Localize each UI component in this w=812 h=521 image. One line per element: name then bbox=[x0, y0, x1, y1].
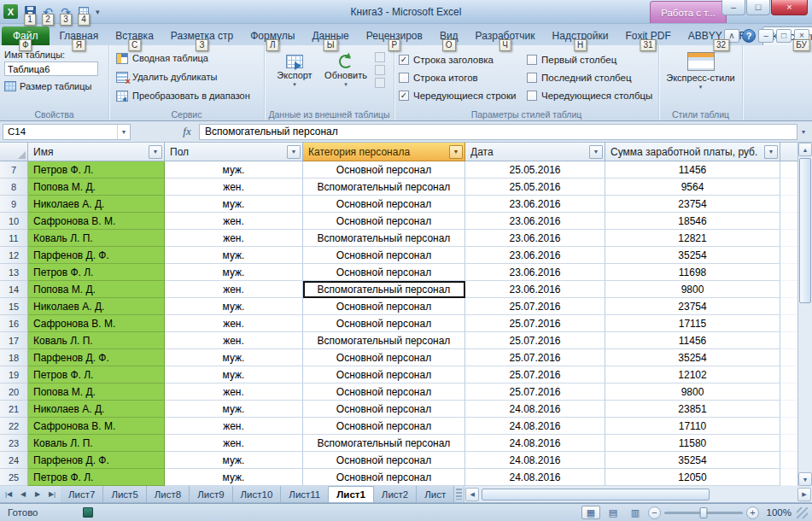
resize-table-button[interactable]: Размер таблицы bbox=[4, 81, 104, 91]
cell-gender[interactable]: жен. bbox=[165, 315, 303, 332]
view-page-layout-button[interactable]: ▤ bbox=[604, 506, 622, 519]
cell-salary[interactable]: 9800 bbox=[605, 383, 780, 401]
ribbon-tab[interactable]: Файл Ф bbox=[2, 26, 50, 45]
cell-gender[interactable]: муж. bbox=[165, 401, 303, 418]
row-number[interactable]: 12 bbox=[0, 247, 28, 264]
unlink-icon[interactable] bbox=[375, 78, 385, 88]
row-number[interactable]: 10 bbox=[0, 213, 28, 230]
cell-gender[interactable]: жен. bbox=[165, 230, 303, 247]
cell-category[interactable]: Вспомогательный персонал bbox=[303, 435, 465, 452]
filter-dropdown-button[interactable]: ▼ bbox=[287, 145, 301, 159]
ribbon-tab[interactable]: Главная Я bbox=[51, 26, 108, 45]
help-button[interactable]: ? bbox=[742, 29, 756, 43]
tab-split-handle[interactable] bbox=[456, 489, 462, 500]
horizontal-scrollbar-thumb[interactable] bbox=[482, 489, 710, 501]
cell-date[interactable]: 24.08.2016 bbox=[465, 469, 605, 486]
cell-empty[interactable] bbox=[780, 332, 797, 349]
column-header[interactable]: Сумма заработной платы, руб. ▼ bbox=[605, 143, 780, 161]
row-number[interactable]: 24 bbox=[0, 452, 28, 469]
cell-gender[interactable]: жен. bbox=[165, 213, 303, 230]
cell-gender[interactable]: жен. bbox=[165, 332, 303, 349]
previous-sheet-button[interactable]: ◀ bbox=[16, 488, 30, 501]
resize-grip[interactable] bbox=[797, 507, 808, 518]
cell-date[interactable]: 23.06.2016 bbox=[465, 264, 605, 281]
cell-name[interactable]: Петров Ф. Л. bbox=[28, 366, 165, 383]
column-header[interactable]: Пол ▼ bbox=[165, 143, 303, 161]
cell-gender[interactable]: жен. bbox=[165, 383, 303, 401]
cell-gender[interactable]: муж. bbox=[165, 264, 303, 281]
ribbon-tab[interactable]: Рецензиров Р bbox=[358, 26, 431, 45]
cell-empty[interactable] bbox=[780, 298, 797, 315]
cell-empty[interactable] bbox=[780, 196, 797, 213]
cell-salary[interactable]: 23851 bbox=[605, 401, 780, 418]
cell-gender[interactable]: муж. bbox=[165, 161, 303, 179]
cell-salary[interactable]: 35254 bbox=[605, 349, 780, 366]
zoom-in-button[interactable]: + bbox=[746, 506, 759, 519]
tool-button[interactable]: Преобразовать в диапазон bbox=[114, 86, 260, 105]
cell-name[interactable]: Сафронова В. М. bbox=[28, 418, 165, 435]
cell-name[interactable]: Парфенов Д. Ф. bbox=[28, 247, 165, 264]
sheet-tab[interactable]: Лист7 bbox=[61, 486, 103, 502]
cell-category[interactable]: Основной персонал bbox=[303, 247, 465, 264]
maximize-button[interactable]: □ bbox=[746, 0, 770, 15]
scroll-left-icon[interactable]: ◀ bbox=[465, 488, 479, 501]
cell-gender[interactable]: муж. bbox=[165, 298, 303, 315]
row-number[interactable]: 20 bbox=[0, 383, 28, 401]
cell-gender[interactable]: муж. bbox=[165, 469, 303, 486]
cell-date[interactable]: 23.06.2016 bbox=[465, 196, 605, 213]
zoom-out-button[interactable]: − bbox=[648, 506, 661, 519]
next-sheet-button[interactable]: ▶ bbox=[31, 488, 44, 501]
sheet-tab[interactable]: Лист8 bbox=[147, 486, 190, 502]
cell-category[interactable]: Основной персонал bbox=[303, 196, 465, 213]
sheet-tab[interactable]: Лист1 bbox=[329, 486, 374, 502]
cell-salary[interactable]: 9800 bbox=[605, 281, 780, 298]
cell-date[interactable]: 25.07.2016 bbox=[465, 332, 605, 349]
sheet-tab[interactable]: Лист11 bbox=[281, 486, 329, 502]
cell-salary[interactable]: 23754 bbox=[605, 298, 780, 315]
sheet-tab[interactable]: Лист2 bbox=[374, 486, 417, 502]
row-number[interactable]: 25 bbox=[0, 469, 28, 486]
export-button[interactable]: Экспорт ▾ bbox=[269, 49, 320, 107]
cell-date[interactable]: 25.07.2016 bbox=[465, 366, 605, 383]
style-option-checkbox[interactable]: ✓ Чередующиеся строки bbox=[399, 91, 527, 101]
undo-button[interactable]: ↶ 2 bbox=[39, 3, 56, 20]
cell-date[interactable]: 25.07.2016 bbox=[465, 298, 605, 315]
zoom-slider[interactable] bbox=[664, 512, 743, 514]
cell-salary[interactable]: 12821 bbox=[605, 230, 780, 247]
ribbon-tab[interactable]: Надстройки Н bbox=[544, 26, 617, 45]
filter-dropdown-button[interactable]: ▼ bbox=[449, 145, 463, 159]
cell-date[interactable]: 24.08.2016 bbox=[465, 435, 605, 452]
sheet-tab[interactable]: Лист5 bbox=[103, 486, 146, 502]
cell-gender[interactable]: муж. bbox=[165, 452, 303, 469]
cell-salary[interactable]: 11698 bbox=[605, 264, 780, 281]
table-name-input[interactable] bbox=[4, 61, 98, 76]
cell-name[interactable]: Коваль Л. П. bbox=[28, 230, 165, 247]
row-number[interactable]: 14 bbox=[0, 281, 28, 298]
cell-gender[interactable]: жен. bbox=[165, 435, 303, 452]
cell-date[interactable]: 25.05.2016 bbox=[465, 161, 605, 179]
cell-date[interactable]: 23.06.2016 bbox=[465, 213, 605, 230]
ribbon-tab[interactable]: Разработчик Ч bbox=[467, 26, 544, 45]
ribbon-tab[interactable]: Формулы Л bbox=[242, 26, 303, 45]
cell-date[interactable]: 23.06.2016 bbox=[465, 230, 605, 247]
cell-empty[interactable] bbox=[780, 349, 797, 366]
horizontal-scrollbar[interactable]: ◀ ▶ bbox=[464, 486, 812, 502]
scroll-down-icon[interactable]: ▼ bbox=[798, 472, 812, 486]
cell-date[interactable]: 25.07.2016 bbox=[465, 383, 605, 401]
row-number[interactable]: 11 bbox=[0, 230, 28, 247]
cell-category[interactable]: Основной персонал bbox=[303, 383, 465, 401]
cell-empty[interactable] bbox=[780, 401, 797, 418]
cell-category[interactable]: Основной персонал bbox=[303, 469, 465, 486]
filter-dropdown-button[interactable]: ▼ bbox=[764, 145, 778, 159]
redo-button[interactable]: ↷ 3 bbox=[57, 3, 74, 20]
cell-name[interactable]: Парфенов Д. Ф. bbox=[28, 452, 165, 469]
horizontal-scrollbar-track[interactable] bbox=[480, 488, 797, 501]
open-in-browser-icon[interactable] bbox=[375, 65, 385, 75]
properties-icon[interactable] bbox=[375, 52, 385, 62]
cell-date[interactable]: 23.06.2016 bbox=[465, 281, 605, 298]
macro-record-icon[interactable] bbox=[83, 507, 93, 518]
style-option-checkbox[interactable]: ✓ Строка заголовка bbox=[399, 55, 527, 65]
ribbon-tab[interactable]: Данные Ы bbox=[303, 26, 357, 45]
cell-name[interactable]: Николаев А. Д. bbox=[28, 401, 165, 418]
cell-empty[interactable] bbox=[780, 452, 797, 469]
